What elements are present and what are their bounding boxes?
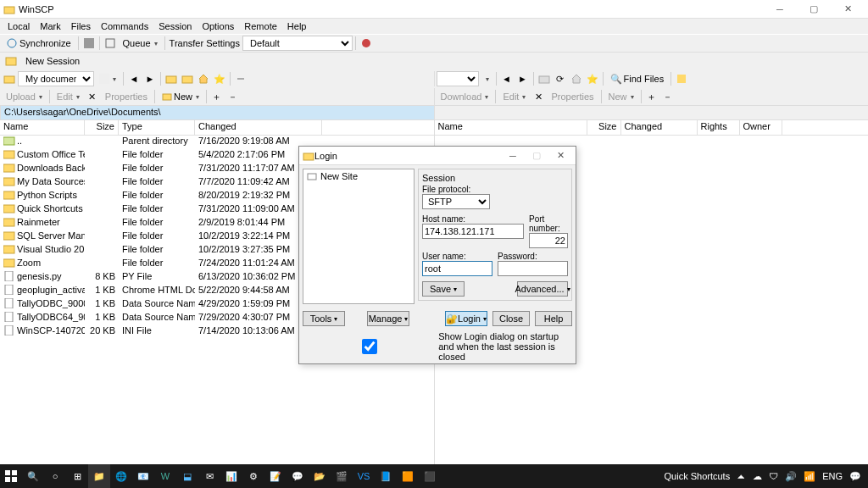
login-dialog: Login ─ ▢ ✕ New Site Session File protoc… — [298, 146, 576, 364]
maximize-button[interactable]: ▢ — [797, 0, 831, 19]
local-drive-drop[interactable] — [95, 71, 120, 86]
close-button[interactable]: ✕ — [831, 0, 865, 19]
site-list[interactable]: New Site — [303, 169, 415, 304]
queue-button[interactable]: Queue — [119, 36, 162, 51]
menu-options[interactable]: Options — [198, 21, 238, 31]
forward-button[interactable]: ► — [142, 71, 158, 86]
color-button[interactable] — [359, 36, 374, 51]
refresh-button[interactable] — [180, 71, 195, 86]
menu-local[interactable]: Local — [3, 21, 34, 31]
bookmark-button[interactable]: ⭐ — [212, 71, 227, 86]
home-button[interactable] — [196, 71, 211, 86]
remote-columns[interactable]: Name Size Changed Rights Owner — [435, 120, 869, 136]
taskview-icon[interactable]: ⊞ — [66, 464, 88, 488]
sync-browse-button[interactable] — [233, 71, 248, 86]
taskbar-app[interactable]: ⚙ — [242, 464, 264, 488]
advanced-button[interactable]: Advanced... — [517, 281, 568, 297]
svg-marker-12 — [572, 75, 581, 83]
port-input[interactable] — [529, 233, 568, 248]
local-columns[interactable]: Name Size Type Changed — [0, 120, 434, 136]
new-site-item[interactable]: New Site — [303, 169, 414, 183]
local-path[interactable]: C:\Users\sagar\OneDrive\Documents\ — [0, 105, 434, 120]
search-icon[interactable]: 🔍 — [22, 464, 44, 488]
help-button[interactable]: Help — [535, 311, 572, 326]
taskbar-app[interactable]: 📁 — [88, 464, 110, 488]
remote-home-button[interactable] — [569, 71, 584, 86]
taskbar-app[interactable]: 🟧 — [397, 464, 419, 488]
menu-bar: Local Mark Files Commands Session Option… — [0, 19, 868, 34]
minimize-button[interactable]: ─ — [763, 0, 797, 19]
menu-help[interactable]: Help — [283, 21, 311, 31]
svg-rect-24 — [3, 259, 14, 267]
taskbar-app[interactable]: 📊 — [220, 464, 242, 488]
remote-refresh-button[interactable]: ⟳ — [553, 71, 568, 86]
dialog-minimize-button[interactable]: ─ — [501, 151, 525, 161]
svg-rect-29 — [5, 325, 13, 336]
taskbar-app[interactable]: ⬛ — [419, 464, 441, 488]
taskbar-app[interactable]: 💬 — [287, 464, 309, 488]
taskbar-app[interactable]: VS — [353, 464, 375, 488]
menu-remote[interactable]: Remote — [240, 21, 281, 31]
synchronize-button[interactable]: Synchronize — [2, 36, 75, 51]
new-button[interactable]: New — [158, 89, 203, 104]
taskbar-app[interactable]: 📧 — [132, 464, 154, 488]
taskbar-app[interactable]: ⬓ — [176, 464, 198, 488]
svg-rect-14 — [163, 94, 171, 100]
toolbar-icon[interactable] — [81, 36, 97, 51]
up-button[interactable] — [164, 71, 179, 86]
new-session-tab[interactable]: New Session — [19, 55, 86, 67]
svg-rect-17 — [3, 164, 14, 172]
taskbar-app[interactable]: 🌐 — [110, 464, 132, 488]
start-button[interactable] — [0, 464, 22, 488]
path-bar: C:\Users\sagar\OneDrive\Documents\ — [0, 105, 868, 120]
back-button[interactable]: ◄ — [126, 71, 142, 86]
taskbar-app[interactable]: 🎬 — [331, 464, 353, 488]
remote-drive-select[interactable] — [437, 71, 479, 86]
remote-edit-button: Edit — [498, 89, 530, 104]
manage-button[interactable]: Manage — [367, 311, 409, 326]
remote-extra-button[interactable] — [674, 71, 689, 86]
transfer-toolbar: Upload Edit ✕ Properties New ＋ － Downloa… — [0, 88, 868, 105]
menu-commands[interactable]: Commands — [97, 21, 153, 31]
toolbar-icon[interactable] — [103, 36, 118, 51]
app-title: WinSCP — [19, 4, 763, 14]
remote-path[interactable] — [434, 105, 868, 120]
taskbar-app[interactable]: ✉ — [198, 464, 220, 488]
taskbar-app[interactable]: 📂 — [309, 464, 331, 488]
taskbar[interactable]: 🔍 ○ ⊞ 📁 🌐 📧 W ⬓ ✉ 📊 ⚙ 📝 💬 📂 🎬 VS 📘 🟧 ⬛ Q… — [0, 464, 868, 488]
host-input[interactable] — [422, 224, 524, 239]
transfer-settings-select[interactable]: Default — [242, 36, 353, 51]
menu-mark[interactable]: Mark — [36, 21, 64, 31]
user-input[interactable] — [422, 261, 492, 276]
menu-session[interactable]: Session — [154, 21, 196, 31]
svg-point-4 — [362, 39, 370, 47]
find-files-button[interactable]: 🔍Find Files — [606, 71, 669, 86]
startup-checkbox[interactable] — [304, 339, 435, 354]
dialog-titlebar[interactable]: Login ─ ▢ ✕ — [299, 147, 576, 165]
menu-files[interactable]: Files — [67, 21, 95, 31]
remote-up-button[interactable] — [537, 71, 552, 86]
pass-label: Password: — [498, 252, 568, 261]
svg-rect-0 — [4, 7, 14, 14]
cortana-icon[interactable]: ○ — [44, 464, 66, 488]
tools-button[interactable]: Tools — [303, 311, 345, 326]
local-drive-select[interactable]: My documents — [18, 71, 94, 86]
system-tray[interactable]: Quick Shortcuts⏶☁🛡🔊📶ENG💬 — [665, 471, 868, 482]
dialog-close-button[interactable]: ✕ — [548, 150, 572, 161]
dialog-close-btn[interactable]: Close — [492, 311, 530, 326]
taskbar-app[interactable]: 📘 — [375, 464, 397, 488]
plus-button[interactable]: ＋ — [209, 89, 225, 104]
dialog-maximize-button[interactable]: ▢ — [525, 150, 548, 161]
taskbar-app[interactable]: W — [154, 464, 176, 488]
startup-checkbox-row[interactable]: Show Login dialog on startup and when th… — [299, 330, 576, 363]
save-button[interactable]: Save — [422, 281, 465, 297]
login-button[interactable]: 🔐Login — [445, 311, 487, 326]
protocol-select[interactable]: SFTP — [422, 194, 490, 209]
taskbar-app[interactable]: 📝 — [264, 464, 287, 488]
new-tab-icon[interactable] — [3, 53, 19, 69]
minus-button[interactable]: － — [225, 89, 241, 104]
remote-bookmark-button[interactable]: ⭐ — [585, 71, 600, 86]
pass-input[interactable] — [498, 261, 568, 276]
svg-rect-7 — [99, 74, 109, 84]
svg-rect-26 — [5, 285, 13, 295]
